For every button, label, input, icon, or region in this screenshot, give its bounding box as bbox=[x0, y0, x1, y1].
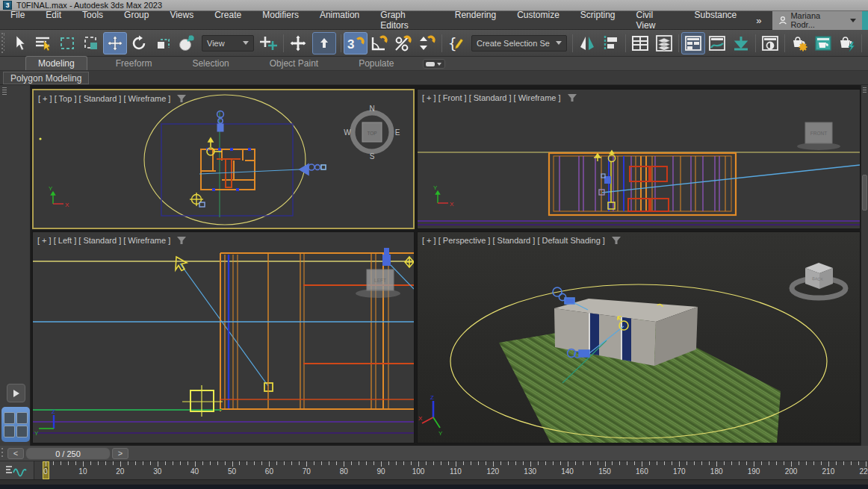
ribbon-panel-row: Polygon Modeling bbox=[0, 71, 868, 85]
viewport-front[interactable]: [ + ] [ Front ] [ Standard ] [ Wireframe… bbox=[417, 89, 861, 229]
keyboard-shortcut-override-icon[interactable] bbox=[312, 32, 336, 54]
rectangular-selection-region-icon[interactable] bbox=[55, 32, 79, 54]
viewport-label-text[interactable]: [ + ] [ Top ] [ Standard ] [ Wireframe ] bbox=[38, 94, 170, 103]
timeline-ruler[interactable]: 0 01020304050607080901001101201301401501… bbox=[34, 461, 868, 479]
timeline-tick bbox=[68, 461, 69, 465]
viewport-layout-tab-button[interactable] bbox=[1, 407, 30, 442]
timeline-tick bbox=[225, 461, 226, 465]
viewcube-face-label[interactable]: FRONT bbox=[810, 131, 827, 136]
timeline-tick bbox=[113, 461, 114, 465]
select-and-move-icon[interactable] bbox=[103, 32, 127, 54]
select-by-name-icon[interactable] bbox=[31, 32, 55, 54]
timeline-tick bbox=[560, 461, 561, 465]
viewport-top[interactable]: [ + ] [ Top ] [ Standard ] [ Wireframe ] bbox=[32, 89, 415, 229]
viewcube-face-label[interactable]: TOP bbox=[367, 131, 376, 136]
open-command-panel-button[interactable] bbox=[7, 384, 25, 402]
dropdown-arrow-icon bbox=[243, 41, 249, 45]
top-view-scene[interactable]: TOP N S W E Y X bbox=[34, 90, 413, 228]
select-and-place-icon[interactable] bbox=[175, 32, 199, 54]
timeline-tick bbox=[299, 461, 300, 465]
viewport-filter-icon[interactable] bbox=[611, 236, 621, 245]
toolbar-separator bbox=[572, 34, 573, 52]
user-account-button[interactable]: Mariana Rodr... bbox=[772, 11, 863, 30]
select-and-rotate-icon[interactable] bbox=[127, 32, 151, 54]
viewport-filter-icon[interactable] bbox=[176, 236, 187, 245]
viewport-label-text[interactable]: [ + ] [ Front ] [ Standard ] [ Wireframe… bbox=[422, 93, 561, 102]
axis-tripod: Y X bbox=[49, 185, 69, 208]
viewcube-compass[interactable]: TOP N S W E bbox=[344, 105, 400, 161]
toggle-layer-explorer-icon[interactable] bbox=[652, 32, 676, 54]
timeline-tick bbox=[821, 461, 822, 465]
viewport-front-label[interactable]: [ + ] [ Front ] [ Standard ] [ Wireframe… bbox=[422, 93, 577, 102]
viewport-label-text[interactable]: [ + ] [ Perspective ] [ Standard ] [ Def… bbox=[422, 236, 605, 245]
viewport-top-label[interactable]: [ + ] [ Top ] [ Standard ] [ Wireframe ] bbox=[38, 94, 187, 103]
timeline-tick bbox=[843, 461, 844, 465]
render-production-icon[interactable] bbox=[835, 32, 859, 54]
toggle-scene-explorer-icon[interactable] bbox=[628, 32, 652, 54]
next-frame-button[interactable]: > bbox=[112, 448, 128, 459]
reference-coordinate-system-dropdown[interactable]: View bbox=[202, 35, 254, 52]
mirror-icon[interactable] bbox=[575, 32, 599, 54]
track-bar[interactable] bbox=[0, 479, 868, 485]
ribbon-tab-modeling[interactable]: Modeling bbox=[25, 56, 87, 70]
select-and-scale-icon[interactable] bbox=[151, 32, 175, 54]
ribbon-tab-selection[interactable]: Selection bbox=[180, 57, 241, 70]
viewcube[interactable]: LEFT bbox=[356, 270, 400, 298]
viewport-perspective-label[interactable]: [ + ] [ Perspective ] [ Standard ] [ Def… bbox=[422, 236, 621, 245]
timeline-tick bbox=[120, 461, 121, 467]
ribbon-tab-object-paint[interactable]: Object Paint bbox=[258, 57, 330, 70]
compass-e[interactable]: E bbox=[395, 128, 400, 137]
viewcube-face-label[interactable]: BACK bbox=[812, 276, 824, 281]
front-view-scene[interactable]: FRONT Y X bbox=[418, 90, 860, 228]
compass-w[interactable]: W bbox=[344, 128, 351, 137]
viewport-filter-icon[interactable] bbox=[176, 94, 187, 103]
timeline-tick bbox=[448, 461, 449, 465]
timeline-tick bbox=[657, 461, 657, 465]
window-crossing-selection-icon[interactable] bbox=[79, 32, 103, 54]
viewport-left[interactable]: [ + ] [ Left ] [ Standard ] [ Wireframe … bbox=[32, 231, 415, 443]
previous-frame-button[interactable]: < bbox=[7, 448, 24, 459]
curve-editor-icon[interactable] bbox=[705, 32, 729, 54]
left-view-scene[interactable]: LEFT Z Y bbox=[33, 232, 414, 443]
frame-counter-field[interactable]: 0 / 250 bbox=[25, 447, 111, 460]
dock-grip[interactable] bbox=[2, 87, 7, 95]
viewport-filter-icon[interactable] bbox=[567, 93, 577, 102]
compass-n[interactable]: N bbox=[369, 105, 374, 113]
viewport-label-text[interactable]: [ + ] [ Left ] [ Standard ] [ Wireframe … bbox=[37, 236, 170, 245]
mini-curve-editor-button[interactable] bbox=[0, 461, 34, 479]
render-setup-icon[interactable] bbox=[787, 32, 811, 54]
polygon-modeling-panel-tab[interactable]: Polygon Modeling bbox=[3, 72, 89, 84]
viewcube-face-label[interactable]: LEFT bbox=[374, 278, 386, 283]
use-pivot-point-center-icon[interactable] bbox=[257, 32, 281, 54]
dock-grip[interactable] bbox=[863, 87, 867, 93]
edit-named-selection-sets-icon[interactable]: { bbox=[444, 32, 468, 54]
compass-s[interactable]: S bbox=[370, 152, 375, 161]
viewport-left-label[interactable]: [ + ] [ Left ] [ Standard ] [ Wireframe … bbox=[37, 236, 187, 245]
angle-snap-toggle-icon[interactable] bbox=[368, 32, 391, 54]
timeline-tick-label: 80 bbox=[340, 467, 348, 476]
ribbon-display-dropdown[interactable] bbox=[423, 59, 445, 69]
material-editor-icon[interactable] bbox=[758, 32, 782, 54]
select-object-icon[interactable] bbox=[7, 32, 31, 54]
menu-overflow-chevron-icon[interactable]: » bbox=[747, 15, 770, 26]
timeline-tick bbox=[98, 461, 99, 465]
workspace-icon[interactable] bbox=[862, 11, 868, 30]
timeline-tick bbox=[173, 461, 173, 465]
spinner-snap-toggle-icon[interactable] bbox=[415, 32, 439, 54]
viewport-perspective[interactable]: [ + ] [ Perspective ] [ Standard ] [ Def… bbox=[417, 231, 861, 443]
schematic-view-icon[interactable] bbox=[729, 32, 753, 54]
viewcube[interactable]: FRONT bbox=[797, 122, 840, 150]
perspective-scene[interactable]: BACK Z X Y bbox=[418, 232, 860, 443]
timeline-tick bbox=[739, 461, 740, 465]
align-icon[interactable] bbox=[599, 32, 623, 54]
named-selection-set-dropdown[interactable]: Create Selection Se bbox=[471, 35, 567, 52]
rendered-frame-window-icon[interactable] bbox=[811, 32, 835, 54]
viewcube-3d[interactable]: BACK bbox=[792, 263, 846, 298]
snaps-toggle-3d-icon[interactable]: 3 bbox=[344, 32, 368, 54]
percent-snap-toggle-icon[interactable] bbox=[391, 32, 415, 54]
scrollbar-thumb[interactable] bbox=[862, 175, 867, 211]
ribbon-tab-freeform[interactable]: Freeform bbox=[104, 57, 164, 70]
toggle-ribbon-icon[interactable] bbox=[681, 32, 705, 54]
select-and-manipulate-icon[interactable] bbox=[286, 32, 310, 54]
ribbon-tab-populate[interactable]: Populate bbox=[347, 57, 406, 70]
